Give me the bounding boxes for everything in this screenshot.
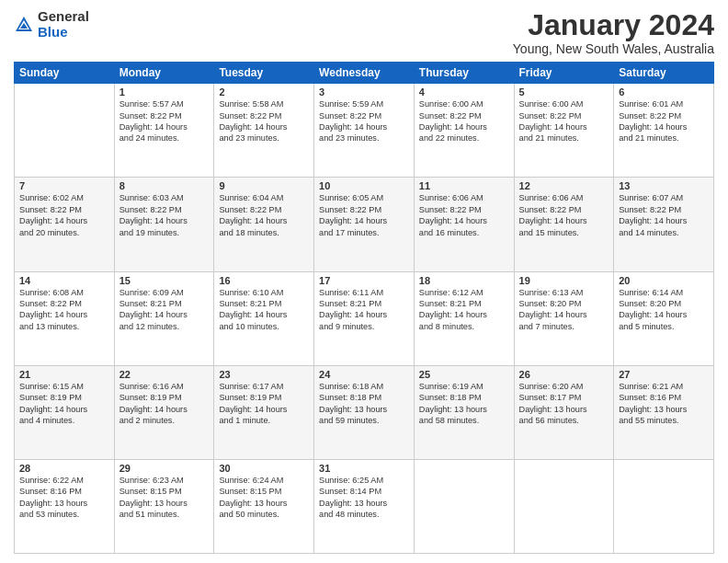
col-friday: Friday	[514, 63, 614, 84]
day-info: Sunrise: 6:00 AMSunset: 8:22 PMDaylight:…	[519, 98, 609, 144]
day-number: 24	[319, 369, 409, 380]
day-cell: 7Sunrise: 6:02 AMSunset: 8:22 PMDaylight…	[15, 178, 115, 271]
day-info: Sunrise: 6:04 AMSunset: 8:22 PMDaylight:…	[219, 192, 309, 238]
week-row-3: 14Sunrise: 6:08 AMSunset: 8:22 PMDayligh…	[15, 271, 714, 365]
day-number: 22	[119, 369, 210, 380]
col-wednesday: Wednesday	[314, 63, 415, 84]
day-info: Sunrise: 6:14 AMSunset: 8:20 PMDaylight:…	[619, 287, 709, 333]
logo: General Blue	[14, 9, 89, 40]
logo-text: General Blue	[38, 9, 89, 40]
day-cell: 29Sunrise: 6:23 AMSunset: 8:15 PMDayligh…	[114, 459, 214, 553]
day-cell: 30Sunrise: 6:24 AMSunset: 8:15 PMDayligh…	[214, 459, 314, 553]
day-cell: 1Sunrise: 5:57 AMSunset: 8:22 PMDaylight…	[114, 84, 214, 178]
day-cell: 6Sunrise: 6:01 AMSunset: 8:22 PMDaylight…	[614, 84, 714, 178]
day-number: 31	[319, 463, 409, 474]
day-cell	[414, 459, 514, 553]
day-cell: 31Sunrise: 6:25 AMSunset: 8:14 PMDayligh…	[314, 459, 415, 553]
title-block: January 2024 Young, New South Wales, Aus…	[513, 9, 714, 56]
day-info: Sunrise: 6:05 AMSunset: 8:22 PMDaylight:…	[319, 192, 409, 238]
day-number: 8	[119, 180, 210, 191]
week-row-5: 28Sunrise: 6:22 AMSunset: 8:16 PMDayligh…	[15, 459, 714, 553]
day-number: 10	[319, 180, 409, 191]
day-number: 9	[219, 180, 309, 191]
day-info: Sunrise: 6:21 AMSunset: 8:16 PMDaylight:…	[619, 381, 709, 427]
day-cell: 13Sunrise: 6:07 AMSunset: 8:22 PMDayligh…	[614, 178, 714, 271]
day-info: Sunrise: 6:03 AMSunset: 8:22 PMDaylight:…	[119, 192, 210, 238]
day-info: Sunrise: 6:19 AMSunset: 8:18 PMDaylight:…	[419, 381, 509, 427]
day-cell: 16Sunrise: 6:10 AMSunset: 8:21 PMDayligh…	[214, 271, 314, 365]
day-number: 6	[619, 86, 709, 98]
day-cell	[514, 459, 614, 553]
day-info: Sunrise: 6:17 AMSunset: 8:19 PMDaylight:…	[219, 381, 309, 427]
day-cell: 22Sunrise: 6:16 AMSunset: 8:19 PMDayligh…	[114, 365, 214, 459]
day-info: Sunrise: 6:07 AMSunset: 8:22 PMDaylight:…	[619, 192, 709, 238]
day-number: 19	[519, 275, 609, 286]
day-number: 18	[419, 275, 509, 286]
day-cell: 5Sunrise: 6:00 AMSunset: 8:22 PMDaylight…	[514, 84, 614, 178]
day-info: Sunrise: 6:15 AMSunset: 8:19 PMDaylight:…	[19, 381, 109, 427]
day-cell: 15Sunrise: 6:09 AMSunset: 8:21 PMDayligh…	[114, 271, 214, 365]
month-title: January 2024	[513, 9, 714, 41]
day-info: Sunrise: 5:59 AMSunset: 8:22 PMDaylight:…	[319, 98, 409, 144]
location-title: Young, New South Wales, Australia	[513, 41, 714, 56]
day-info: Sunrise: 6:06 AMSunset: 8:22 PMDaylight:…	[519, 192, 609, 238]
calendar-table: Sunday Monday Tuesday Wednesday Thursday…	[14, 62, 714, 554]
day-number: 25	[419, 369, 509, 380]
day-info: Sunrise: 6:12 AMSunset: 8:21 PMDaylight:…	[419, 287, 509, 333]
day-info: Sunrise: 6:10 AMSunset: 8:21 PMDaylight:…	[219, 287, 309, 333]
day-cell	[15, 84, 115, 178]
week-row-4: 21Sunrise: 6:15 AMSunset: 8:19 PMDayligh…	[15, 365, 714, 459]
day-cell: 25Sunrise: 6:19 AMSunset: 8:18 PMDayligh…	[414, 365, 514, 459]
day-cell: 10Sunrise: 6:05 AMSunset: 8:22 PMDayligh…	[314, 178, 415, 271]
day-cell: 17Sunrise: 6:11 AMSunset: 8:21 PMDayligh…	[314, 271, 415, 365]
day-number: 15	[119, 275, 210, 286]
day-number: 17	[319, 275, 409, 286]
day-cell: 20Sunrise: 6:14 AMSunset: 8:20 PMDayligh…	[614, 271, 714, 365]
day-number: 21	[19, 369, 109, 380]
col-saturday: Saturday	[614, 63, 714, 84]
day-cell: 27Sunrise: 6:21 AMSunset: 8:16 PMDayligh…	[614, 365, 714, 459]
day-info: Sunrise: 5:57 AMSunset: 8:22 PMDaylight:…	[119, 98, 210, 144]
day-cell: 4Sunrise: 6:00 AMSunset: 8:22 PMDaylight…	[414, 84, 514, 178]
logo-blue: Blue	[38, 25, 89, 40]
day-cell: 3Sunrise: 5:59 AMSunset: 8:22 PMDaylight…	[314, 84, 415, 178]
day-info: Sunrise: 6:25 AMSunset: 8:14 PMDaylight:…	[319, 475, 409, 521]
day-info: Sunrise: 6:16 AMSunset: 8:19 PMDaylight:…	[119, 381, 210, 427]
day-number: 11	[419, 180, 509, 191]
day-number: 2	[219, 86, 309, 98]
col-thursday: Thursday	[414, 63, 514, 84]
logo-general: General	[38, 9, 89, 25]
day-cell: 2Sunrise: 5:58 AMSunset: 8:22 PMDaylight…	[214, 84, 314, 178]
day-info: Sunrise: 6:24 AMSunset: 8:15 PMDaylight:…	[219, 475, 309, 521]
day-cell: 21Sunrise: 6:15 AMSunset: 8:19 PMDayligh…	[15, 365, 115, 459]
day-number: 12	[519, 180, 609, 191]
header: General Blue January 2024 Young, New Sou…	[14, 9, 714, 56]
day-number: 28	[19, 463, 109, 474]
day-cell: 8Sunrise: 6:03 AMSunset: 8:22 PMDaylight…	[114, 178, 214, 271]
day-info: Sunrise: 6:23 AMSunset: 8:15 PMDaylight:…	[119, 475, 210, 521]
day-number: 3	[319, 86, 409, 98]
day-info: Sunrise: 6:00 AMSunset: 8:22 PMDaylight:…	[419, 98, 509, 144]
logo-icon	[14, 15, 34, 35]
day-info: Sunrise: 6:22 AMSunset: 8:16 PMDaylight:…	[19, 475, 109, 521]
day-cell: 24Sunrise: 6:18 AMSunset: 8:18 PMDayligh…	[314, 365, 415, 459]
day-number: 5	[519, 86, 609, 98]
day-info: Sunrise: 6:20 AMSunset: 8:17 PMDaylight:…	[519, 381, 609, 427]
day-number: 7	[19, 180, 109, 191]
calendar-body: 1Sunrise: 5:57 AMSunset: 8:22 PMDaylight…	[15, 84, 714, 554]
day-number: 26	[519, 369, 609, 380]
day-cell: 19Sunrise: 6:13 AMSunset: 8:20 PMDayligh…	[514, 271, 614, 365]
day-cell	[614, 459, 714, 553]
day-info: Sunrise: 6:08 AMSunset: 8:22 PMDaylight:…	[19, 287, 109, 333]
day-cell: 14Sunrise: 6:08 AMSunset: 8:22 PMDayligh…	[15, 271, 115, 365]
day-number: 27	[619, 369, 709, 380]
day-info: Sunrise: 5:58 AMSunset: 8:22 PMDaylight:…	[219, 98, 309, 144]
day-info: Sunrise: 6:13 AMSunset: 8:20 PMDaylight:…	[519, 287, 609, 333]
day-number: 14	[19, 275, 109, 286]
day-number: 30	[219, 463, 309, 474]
col-tuesday: Tuesday	[214, 63, 314, 84]
header-row: Sunday Monday Tuesday Wednesday Thursday…	[15, 63, 714, 84]
day-info: Sunrise: 6:01 AMSunset: 8:22 PMDaylight:…	[619, 98, 709, 144]
day-cell: 9Sunrise: 6:04 AMSunset: 8:22 PMDaylight…	[214, 178, 314, 271]
day-number: 23	[219, 369, 309, 380]
